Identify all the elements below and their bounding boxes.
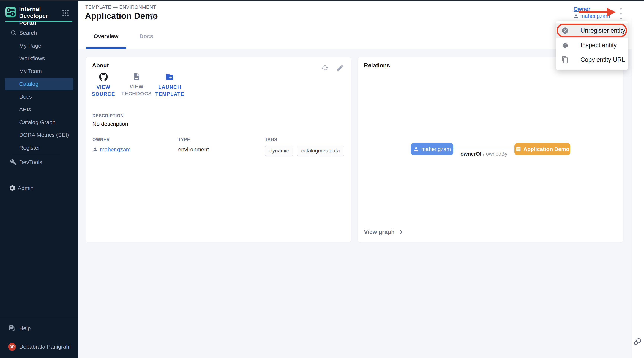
sidebar-item-apis[interactable]: APIs xyxy=(0,103,78,116)
relation-edge xyxy=(453,148,514,149)
sidebar-item-workflows[interactable]: Workflows xyxy=(0,52,78,65)
sidebar-item-search[interactable]: Search xyxy=(0,27,78,39)
edit-pencil-icon[interactable] xyxy=(336,64,344,72)
svg-text:?: ? xyxy=(10,325,12,329)
action-label-line: VIEW xyxy=(92,84,115,91)
sidebar-item-label: Docs xyxy=(19,94,32,100)
sidebar-item-catalog-graph[interactable]: Catalog Graph xyxy=(0,116,78,129)
sidebar-item-label: Admin xyxy=(18,185,34,191)
more-options-kebab-icon[interactable] xyxy=(617,8,624,20)
person-icon xyxy=(92,147,98,152)
type-field: TYPE environment xyxy=(178,137,209,153)
relations-card: Relations ownerOf / ownedBy maher.gzam A… xyxy=(358,57,623,242)
annotation-arrow-head xyxy=(607,8,616,17)
action-label-line: TECHDOCS xyxy=(121,90,152,97)
breadcrumb: TEMPLATE — ENVIRONMENT xyxy=(85,5,156,10)
tag-chip[interactable]: dynamic xyxy=(265,146,293,156)
sidebar-item-my-page[interactable]: My Page xyxy=(0,39,78,52)
bug-icon xyxy=(562,42,569,49)
sidebar-item-catalog[interactable]: Catalog xyxy=(5,78,74,90)
description-label: DESCRIPTION xyxy=(92,113,124,118)
owner-field-link[interactable]: maher.gzam xyxy=(100,146,131,153)
tags-field-label: TAGS xyxy=(265,137,344,142)
apps-grid-icon[interactable] xyxy=(62,10,68,16)
launch-template-button[interactable]: LAUNCH TEMPLATE xyxy=(154,73,186,98)
menu-item-copy-entity-url[interactable]: Copy entity URL xyxy=(556,53,628,67)
refresh-icon[interactable] xyxy=(321,64,329,72)
edge-label-secondary: ownedBy xyxy=(486,151,508,157)
sidebar-item-help[interactable]: ? Help xyxy=(0,322,78,335)
graph-node-label: maher.gzam xyxy=(421,146,451,152)
action-label-line: VIEW xyxy=(121,83,152,90)
portal-title: Internal Developer Portal xyxy=(19,6,66,26)
cancel-circle-icon xyxy=(562,27,569,34)
type-field-value: environment xyxy=(178,146,209,153)
sidebar-item-admin[interactable]: Admin xyxy=(0,182,78,195)
copy-icon xyxy=(562,56,569,63)
sidebar-item-label: My Page xyxy=(19,43,41,49)
tags-field: TAGS dynamic catalogmetadata xyxy=(265,137,344,156)
sidebar-item-register[interactable]: Register xyxy=(0,141,78,154)
sidebar-user[interactable]: DP Debabrata Panigrahi xyxy=(0,340,78,353)
top-window-strip xyxy=(0,0,644,2)
help-chat-icon: ? xyxy=(8,324,16,333)
techdocs-icon xyxy=(132,73,141,81)
owner-field-label: OWNER xyxy=(92,137,131,142)
tab-overview[interactable]: Overview xyxy=(86,25,126,47)
entity-context-menu: Unregister entity Inspect entity Copy en… xyxy=(556,21,628,70)
about-actions: VIEW SOURCE VIEW TECHDOCS LAUNCH TEMPLAT… xyxy=(88,73,186,98)
avatar: DP xyxy=(8,343,16,351)
about-card: About VIEW SOURCE VIEW TECHDOCS xyxy=(86,57,351,242)
arrow-right-icon xyxy=(397,229,404,235)
action-label-line: LAUNCH xyxy=(155,84,184,91)
page-title: Application Demo xyxy=(85,11,158,21)
view-source-button[interactable]: VIEW SOURCE xyxy=(88,73,119,98)
tag-chip[interactable]: catalogmetadata xyxy=(297,146,344,156)
action-label-line: TEMPLATE xyxy=(155,91,184,98)
graph-node-entity[interactable]: Application Demo xyxy=(514,143,570,155)
sidebar-item-label: APIs xyxy=(19,106,31,113)
owner-entity-name: maher.gzam xyxy=(580,13,610,19)
graph-node-owner[interactable]: maher.gzam xyxy=(411,143,453,155)
favorite-star-icon[interactable] xyxy=(149,13,157,22)
sidebar-item-my-team[interactable]: My Team xyxy=(0,65,78,77)
folder-plus-icon xyxy=(166,73,174,81)
sidebar-item-devtools[interactable]: DevTools xyxy=(0,156,78,168)
portal-logo xyxy=(6,7,16,17)
sidebar-item-dora-metrics[interactable]: DORA Metrics (SEI) xyxy=(0,129,78,141)
menu-item-label: Copy entity URL xyxy=(580,56,625,63)
sidebar-item-label: My Team xyxy=(19,68,42,74)
view-graph-link[interactable]: View graph xyxy=(364,229,404,235)
sidebar-item-label: Catalog Graph xyxy=(19,119,56,125)
sidebar-item-docs[interactable]: Docs xyxy=(0,90,78,103)
sidebar-accent-divider xyxy=(6,21,72,22)
sidebar: Internal Developer Portal Search My Page… xyxy=(0,2,78,358)
sidebar-item-label: Workflows xyxy=(19,55,45,62)
tab-docs[interactable]: Docs xyxy=(126,25,166,47)
owner-entity-link[interactable]: maher.gzam xyxy=(573,13,610,19)
right-panel-strip xyxy=(632,2,644,358)
active-tab-indicator xyxy=(86,47,126,49)
menu-item-label: Inspect entity xyxy=(580,42,616,49)
person-icon xyxy=(413,146,419,152)
view-techdocs-button[interactable]: VIEW TECHDOCS xyxy=(121,73,152,98)
description-value: No description xyxy=(92,121,128,127)
gear-icon xyxy=(8,185,16,192)
relation-edge-label: ownerOf / ownedBy xyxy=(453,151,514,157)
sidebar-item-label: Help xyxy=(19,325,31,331)
about-card-title: About xyxy=(92,62,109,69)
menu-item-label: Unregister entity xyxy=(580,27,625,34)
person-icon xyxy=(573,14,579,19)
view-graph-label: View graph xyxy=(364,229,395,235)
sidebar-item-label: Search xyxy=(19,30,37,36)
wrench-icon xyxy=(10,159,17,165)
portal-logo-icon xyxy=(6,7,16,17)
annotation-arrow-line xyxy=(578,11,608,13)
menu-item-unregister-entity[interactable]: Unregister entity xyxy=(556,23,628,38)
sidebar-item-label: DevTools xyxy=(19,159,42,165)
menu-item-inspect-entity[interactable]: Inspect entity xyxy=(556,38,628,53)
sidebar-item-label: DORA Metrics (SEI) xyxy=(19,132,69,138)
sidebar-item-label: Catalog xyxy=(19,81,38,87)
chat-bubbles-icon[interactable] xyxy=(633,337,642,347)
type-field-label: TYPE xyxy=(178,137,209,142)
